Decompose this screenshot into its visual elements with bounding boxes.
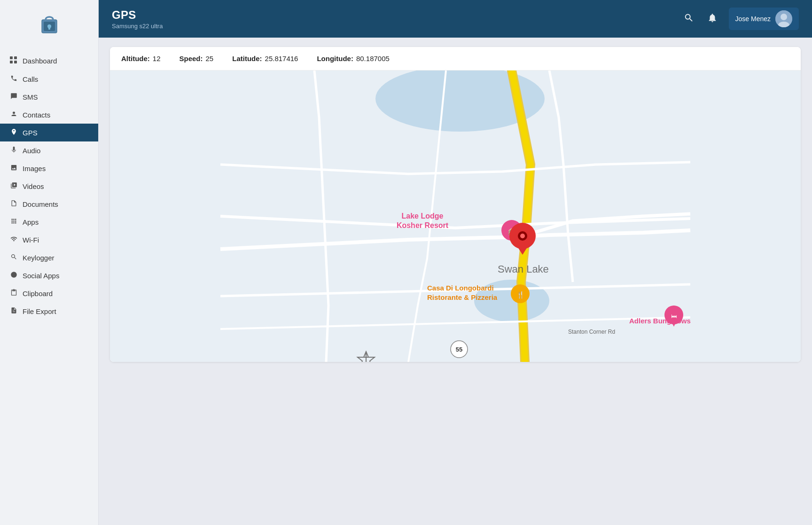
user-name: Jose Menez — [735, 15, 771, 23]
wifi-icon — [9, 235, 18, 244]
sms-icon — [9, 93, 18, 101]
search-button[interactable] — [682, 11, 696, 27]
svg-point-11 — [781, 14, 787, 20]
svg-rect-4 — [10, 56, 13, 59]
sidebar-item-label: Calls — [23, 75, 38, 83]
sidebar-item-label: File Export — [23, 307, 56, 315]
keylogger-icon — [9, 253, 18, 262]
avatar — [775, 10, 792, 27]
svg-text:55: 55 — [456, 346, 462, 353]
longitude-stat: Longitude: 80.187005 — [317, 55, 389, 63]
sidebar-item-label: Audio — [23, 147, 40, 155]
sidebar-item-dashboard[interactable]: Dashboard — [0, 52, 98, 70]
page-title: GPS — [112, 8, 163, 22]
sidebar-item-label: Dashboard — [23, 57, 57, 65]
sidebar-item-videos[interactable]: Videos — [0, 177, 98, 195]
sidebar-item-label: GPS — [23, 129, 38, 137]
speed-label: Speed: — [180, 55, 203, 63]
svg-rect-7 — [14, 61, 17, 63]
clipboard-icon — [9, 289, 18, 298]
svg-text:🛏: 🛏 — [671, 313, 677, 320]
svg-rect-3 — [48, 27, 50, 30]
notification-button[interactable] — [705, 11, 719, 27]
sidebar-item-contacts[interactable]: Contacts — [0, 106, 98, 124]
sidebar-nav: Dashboard Calls SMS Contacts — [0, 52, 98, 320]
device-subtitle: Samsung s22 ultra — [112, 23, 163, 30]
svg-rect-5 — [14, 56, 17, 59]
sidebar-item-label: Videos — [23, 182, 44, 190]
svg-text:Kosher Resort: Kosher Resort — [397, 221, 449, 229]
sidebar-item-label: Keylogger — [23, 254, 55, 262]
map-svg: Stanton Corner Rd 55 Swan Lake Lake Lodg… — [110, 71, 801, 362]
longitude-value: 80.187005 — [356, 55, 390, 63]
contacts-icon — [9, 110, 18, 119]
header: GPS Samsung s22 ultra Jose Menez — [99, 0, 812, 38]
social-apps-icon — [9, 271, 18, 280]
sidebar: Dashboard Calls SMS Contacts — [0, 0, 99, 525]
sidebar-item-social-apps[interactable]: Social Apps — [0, 266, 98, 284]
sidebar-item-label: Wi-Fi — [23, 236, 39, 244]
sidebar-item-apps[interactable]: Apps — [0, 213, 98, 231]
sidebar-item-label: SMS — [23, 93, 38, 101]
sidebar-item-label: Social Apps — [23, 272, 59, 280]
sidebar-item-sms[interactable]: SMS — [0, 88, 98, 106]
gps-icon — [9, 128, 18, 137]
apps-icon — [9, 218, 18, 226]
audio-icon — [9, 146, 18, 155]
map-container[interactable]: Stanton Corner Rd 55 Swan Lake Lake Lodg… — [110, 71, 801, 362]
sidebar-item-clipboard[interactable]: Clipboard — [0, 284, 98, 302]
sidebar-item-file-export[interactable]: File Export — [0, 302, 98, 320]
sidebar-item-keylogger[interactable]: Keylogger — [0, 249, 98, 266]
dashboard-icon — [9, 56, 18, 65]
altitude-value: 12 — [153, 55, 161, 63]
sidebar-item-label: Images — [23, 165, 46, 172]
app-logo — [35, 9, 63, 38]
content-area: Altitude: 12 Speed: 25 Latitude: 25.8174… — [99, 38, 812, 525]
images-icon — [9, 164, 18, 172]
longitude-label: Longitude: — [317, 55, 353, 63]
sidebar-item-wifi[interactable]: Wi-Fi — [0, 231, 98, 249]
latitude-label: Latitude: — [232, 55, 262, 63]
calls-icon — [9, 75, 18, 83]
sidebar-item-calls[interactable]: Calls — [0, 70, 98, 88]
latitude-value: 25.817416 — [265, 55, 298, 63]
header-right: Jose Menez — [682, 8, 799, 30]
header-title-block: GPS Samsung s22 ultra — [112, 8, 163, 30]
main-content: GPS Samsung s22 ultra Jose Menez — [99, 0, 812, 525]
sidebar-item-documents[interactable]: Documents — [0, 195, 98, 213]
svg-rect-6 — [10, 61, 13, 63]
svg-text:Swan Lake: Swan Lake — [498, 263, 549, 275]
stats-bar: Altitude: 12 Speed: 25 Latitude: 25.8174… — [110, 47, 801, 71]
altitude-stat: Altitude: 12 — [121, 55, 161, 63]
altitude-label: Altitude: — [121, 55, 150, 63]
svg-text:Lake Lodge: Lake Lodge — [402, 212, 444, 220]
svg-text:🍴: 🍴 — [516, 291, 525, 299]
sidebar-item-images[interactable]: Images — [0, 159, 98, 177]
videos-icon — [9, 182, 18, 190]
speed-stat: Speed: 25 — [180, 55, 214, 63]
sidebar-item-label: Clipboard — [23, 290, 53, 298]
gps-panel: Altitude: 12 Speed: 25 Latitude: 25.8174… — [110, 47, 801, 362]
svg-text:מחנ: מחנ — [293, 361, 303, 362]
sidebar-item-label: Documents — [23, 200, 58, 208]
sidebar-item-label: Contacts — [23, 111, 50, 119]
documents-icon — [9, 200, 18, 208]
sidebar-item-gps[interactable]: GPS — [0, 124, 98, 141]
speed-value: 25 — [206, 55, 214, 63]
latitude-stat: Latitude: 25.817416 — [232, 55, 298, 63]
svg-text:Ristorante & Pizzeria: Ristorante & Pizzeria — [427, 293, 498, 301]
sidebar-item-label: Apps — [23, 218, 39, 226]
svg-text:Casa Di Longobardi: Casa Di Longobardi — [427, 284, 494, 292]
svg-point-9 — [11, 272, 17, 278]
user-badge[interactable]: Jose Menez — [729, 8, 799, 30]
svg-point-52 — [520, 234, 525, 238]
svg-text:Stanton Corner Rd: Stanton Corner Rd — [568, 329, 615, 335]
sidebar-item-audio[interactable]: Audio — [0, 141, 98, 159]
file-export-icon — [9, 307, 18, 315]
